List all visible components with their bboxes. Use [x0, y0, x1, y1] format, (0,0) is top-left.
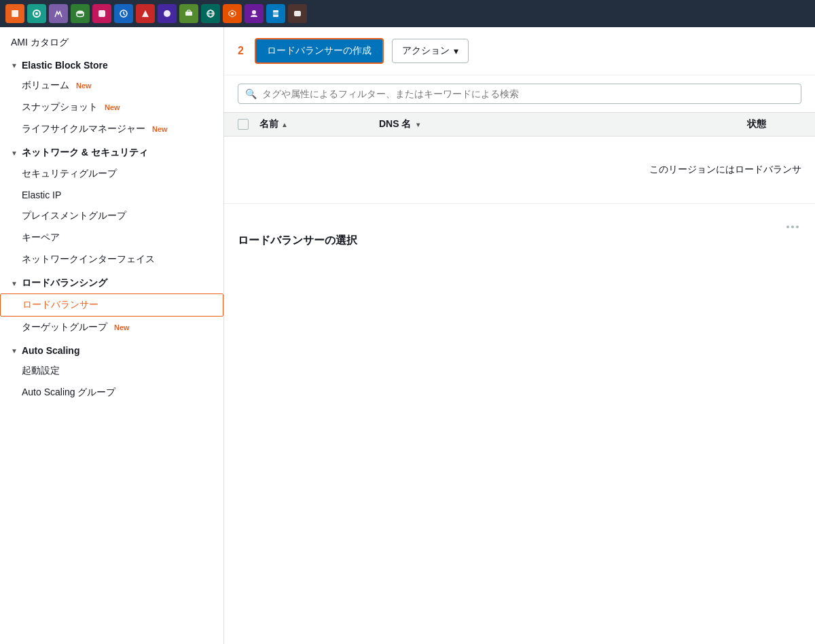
resize-handle[interactable] [238, 226, 801, 228]
svg-rect-0 [12, 10, 18, 17]
empty-state-message: このリージョンにはロードバランサ [224, 137, 815, 204]
sidebar-section-network-security[interactable]: ▼ ネットワーク & セキュリティ [0, 140, 223, 163]
handle-dot-2 [791, 226, 794, 228]
sidebar-item-lifecycle-manager[interactable]: ライフサイクルマネージャー New [0, 118, 223, 140]
svg-point-13 [231, 12, 234, 15]
actions-button[interactable]: アクション ▾ [392, 39, 469, 63]
svg-point-7 [164, 10, 170, 17]
chevron-icon: ▼ [11, 62, 18, 69]
sidebar-item-auto-scaling-groups[interactable]: Auto Scaling グループ [0, 382, 223, 404]
svg-point-2 [35, 12, 38, 15]
dynamodb-icon[interactable] [266, 4, 285, 23]
cognito-icon[interactable] [244, 4, 264, 23]
column-filter-icon[interactable]: ▾ [416, 121, 420, 128]
lb-selection-panel: ロードバランサーの選択 [238, 215, 801, 262]
main-header: 2 ロードバランサーの作成 アクション ▾ [224, 27, 815, 75]
search-icon: 🔍 [245, 88, 257, 99]
column-dns: DNS 名 ▾ [379, 118, 736, 130]
sidebar-item-elastic-ip[interactable]: Elastic IP [0, 185, 223, 205]
svg-rect-15 [273, 10, 278, 17]
lb-selection-title: ロードバランサーの選択 [238, 234, 801, 248]
rds-icon[interactable] [92, 4, 111, 23]
sidebar-section-auto-scaling[interactable]: ▼ Auto Scaling [0, 338, 223, 360]
sqs-icon[interactable] [179, 4, 198, 23]
sidebar-item-key-pairs[interactable]: キーペア [0, 227, 223, 249]
search-input[interactable] [262, 88, 794, 99]
column-name: 名前 ▲ [259, 118, 368, 130]
sidebar-item-snapshots[interactable]: スナップショット New [0, 96, 223, 118]
column-status: 状態 [747, 118, 801, 130]
svg-point-14 [252, 10, 256, 14]
sidebar-item-security-groups[interactable]: セキュリティグループ [0, 163, 223, 185]
chevron-icon-4: ▼ [11, 347, 18, 355]
sidebar-item-network-interfaces[interactable]: ネットワークインターフェイス [0, 249, 223, 270]
ec2-icon[interactable] [27, 4, 46, 23]
sidebar: AMI カタログ ▼ Elastic Block Store ボリューム New… [0, 27, 224, 644]
sidebar-item-target-groups[interactable]: ターゲットグループ New [0, 317, 223, 338]
create-load-balancer-button[interactable]: ロードバランサーの作成 [255, 38, 384, 64]
sidebar-item-launch-configs[interactable]: 起動設定 [0, 360, 223, 382]
handle-dot-3 [796, 226, 799, 228]
elasticache-icon[interactable] [288, 4, 307, 23]
sidebar-item-ami-catalog[interactable]: AMI カタログ [0, 33, 223, 53]
lambda-icon[interactable] [49, 4, 68, 23]
handle-dot-1 [786, 226, 789, 228]
select-all-checkbox[interactable] [238, 119, 249, 130]
top-toolbar [0, 0, 815, 27]
sidebar-item-placement-groups[interactable]: プレイスメントグループ [0, 205, 223, 227]
sidebar-item-load-balancers[interactable]: ロードバランサー [0, 293, 223, 317]
cloudwatch-icon[interactable] [114, 4, 133, 23]
chevron-icon-2: ▼ [11, 149, 18, 157]
apigateway-icon[interactable] [223, 4, 242, 23]
main-content: 2 ロードバランサーの作成 アクション ▾ 🔍 名前 ▲ DNS 名 ▾ [224, 27, 815, 644]
step-number: 2 [238, 45, 244, 57]
sort-icon[interactable]: ▲ [281, 121, 288, 128]
svg-point-3 [77, 11, 84, 14]
svg-marker-6 [142, 10, 149, 17]
chevron-down-icon: ▾ [454, 46, 458, 56]
table-header: 名前 ▲ DNS 名 ▾ 状態 [224, 112, 815, 137]
sidebar-section-elastic-block-store[interactable]: ▼ Elastic Block Store [0, 53, 223, 75]
svg-rect-18 [294, 11, 301, 16]
iam-icon[interactable] [136, 4, 155, 23]
aws-icon[interactable] [5, 4, 24, 23]
svg-rect-8 [185, 12, 192, 16]
search-bar[interactable]: 🔍 [238, 84, 801, 104]
sidebar-item-volumes[interactable]: ボリューム New [0, 75, 223, 96]
sidebar-section-load-balancing[interactable]: ▼ ロードバランシング [0, 270, 223, 293]
sns-icon[interactable] [158, 4, 177, 23]
cloudfront-icon[interactable] [201, 4, 220, 23]
chevron-icon-3: ▼ [11, 280, 18, 287]
app-layout: AMI カタログ ▼ Elastic Block Store ボリューム New… [0, 27, 815, 644]
s3-icon[interactable] [71, 4, 90, 23]
svg-rect-4 [98, 10, 105, 17]
